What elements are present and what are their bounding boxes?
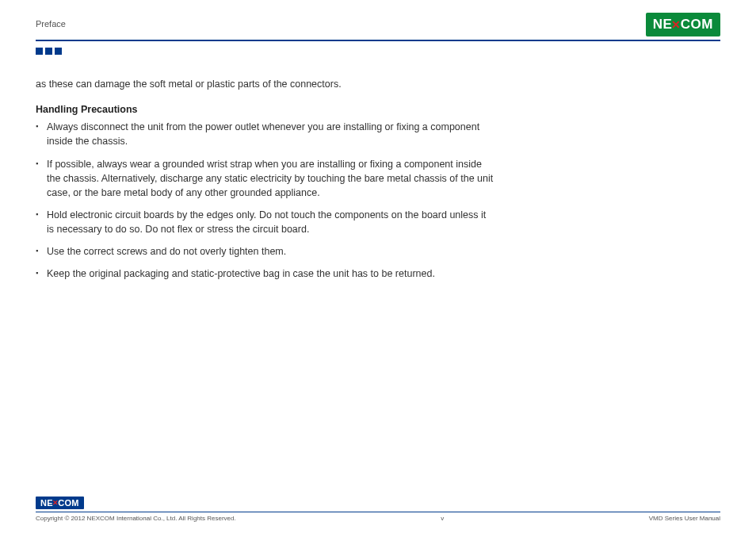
copyright-text: Copyright © 2012 NEXCOM International Co… <box>36 515 236 522</box>
manual-title: VMD Series User Manual <box>649 515 720 522</box>
page-header: Preface NE ✕ COM <box>36 0 720 36</box>
bullet-list: Always disconnect the unit from the powe… <box>36 120 495 281</box>
list-item: If possible, always wear a grounded wris… <box>36 157 495 200</box>
footer-brand-logo: NE ✕ COM <box>36 497 84 509</box>
square-icon <box>55 48 62 55</box>
square-icon <box>36 48 43 55</box>
section-title: Preface <box>36 19 66 36</box>
decorative-squares <box>36 48 720 55</box>
list-item: Hold electronic circuit boards by the ed… <box>36 208 495 236</box>
page-footer: NE ✕ COM Copyright © 2012 NEXCOM Interna… <box>36 495 720 523</box>
list-item: Keep the original packaging and static-p… <box>36 266 495 281</box>
intro-text: as these can damage the soft metal or pl… <box>36 77 495 91</box>
logo-part-left: NE <box>653 17 673 33</box>
list-item: Use the correct screws and do not overly… <box>36 244 495 259</box>
logo-part-right: COM <box>58 498 79 508</box>
square-icon <box>45 48 52 55</box>
subheading: Handling Precautions <box>36 102 495 117</box>
footer-rule <box>36 512 720 513</box>
list-item: Always disconnect the unit from the powe… <box>36 120 495 148</box>
document-page: Preface NE ✕ COM as these can damage the… <box>0 0 756 533</box>
footer-row: Copyright © 2012 NEXCOM International Co… <box>36 515 720 522</box>
body-content: as these can damage the soft metal or pl… <box>36 77 495 281</box>
logo-part-right: COM <box>681 17 713 33</box>
page-number: v <box>441 515 444 522</box>
brand-logo: NE ✕ COM <box>646 13 720 36</box>
logo-part-left: NE <box>40 498 53 508</box>
logo-x-icon: ✕ <box>671 18 682 31</box>
header-rule <box>36 40 720 41</box>
